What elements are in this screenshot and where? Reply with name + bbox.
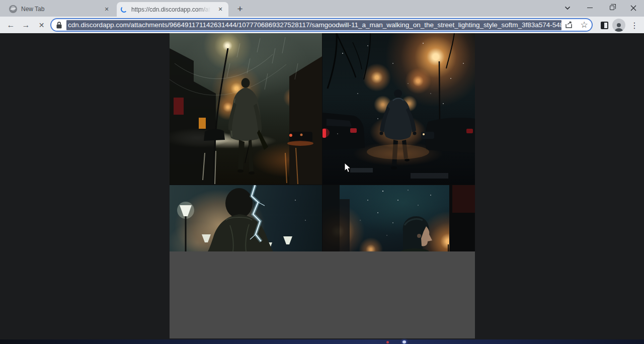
address-bar[interactable]: cdn.discordapp.com/attachments/966491171… xyxy=(50,18,593,32)
image-quadrant-4 xyxy=(323,185,475,251)
tab-strip: New Tab ✕ https://cdn.discordapp.com/att… xyxy=(0,0,644,17)
minimize-button[interactable] xyxy=(579,0,601,16)
rain-streaks xyxy=(227,37,298,90)
man-profile-silhouette xyxy=(401,216,432,251)
toolbar: ← → ✕ cdn.discordapp.com/attachments/966… xyxy=(0,17,644,33)
close-icon xyxy=(630,5,636,11)
restore-icon xyxy=(610,6,614,10)
lock-icon[interactable] xyxy=(51,22,66,29)
taskbar-blue-dot-icon xyxy=(403,340,406,343)
taskbar-red-dot-icon xyxy=(386,341,389,343)
image-quadrant-3 xyxy=(170,185,322,251)
new-tab-button[interactable]: + xyxy=(233,3,247,16)
chevron-down-icon xyxy=(565,6,571,10)
mouse-cursor xyxy=(344,162,351,173)
hooded-man-silhouette xyxy=(208,188,273,251)
minimize-icon xyxy=(587,8,593,9)
new-tab-favicon-icon xyxy=(9,5,17,13)
stop-loading-button[interactable]: ✕ xyxy=(34,18,49,32)
tab-title: New Tab xyxy=(21,6,99,13)
back-button[interactable]: ← xyxy=(4,18,18,32)
share-icon xyxy=(565,21,573,29)
loading-spinner-icon xyxy=(121,6,127,13)
url-text-selected[interactable]: cdn.discordapp.com/attachments/966491171… xyxy=(66,20,561,30)
person-icon xyxy=(614,22,624,32)
taskbar-edge-strip xyxy=(0,339,644,344)
tab-title: https://cdn.discordapp.com/atta xyxy=(131,6,212,13)
window-close-button[interactable] xyxy=(623,0,644,16)
tab-discord-cdn[interactable]: https://cdn.discordapp.com/atta ✕ xyxy=(117,2,228,17)
share-button[interactable] xyxy=(561,21,577,29)
restore-button[interactable] xyxy=(601,0,623,16)
bookmark-star-button[interactable]: ☆ xyxy=(577,20,592,30)
building-silhouette xyxy=(170,48,216,185)
page-content xyxy=(0,33,644,339)
forward-button[interactable]: → xyxy=(19,18,33,32)
tab-search-button[interactable] xyxy=(557,0,578,16)
tab-close-icon[interactable]: ✕ xyxy=(216,6,224,14)
attachment-image-grid[interactable] xyxy=(170,33,475,338)
image-loading-placeholder xyxy=(170,251,475,338)
image-quadrant-1 xyxy=(170,33,322,185)
tab-close-icon[interactable]: ✕ xyxy=(103,5,111,13)
profile-avatar[interactable] xyxy=(612,19,625,32)
side-panel-icon xyxy=(601,22,608,29)
browser-menu-button[interactable]: ⋮ xyxy=(628,18,640,32)
side-panel-button[interactable] xyxy=(598,19,610,31)
image-quadrant-2 xyxy=(323,33,475,185)
tab-new-tab[interactable]: New Tab ✕ xyxy=(5,2,115,16)
browser-window: New Tab ✕ https://cdn.discordapp.com/att… xyxy=(0,0,644,344)
